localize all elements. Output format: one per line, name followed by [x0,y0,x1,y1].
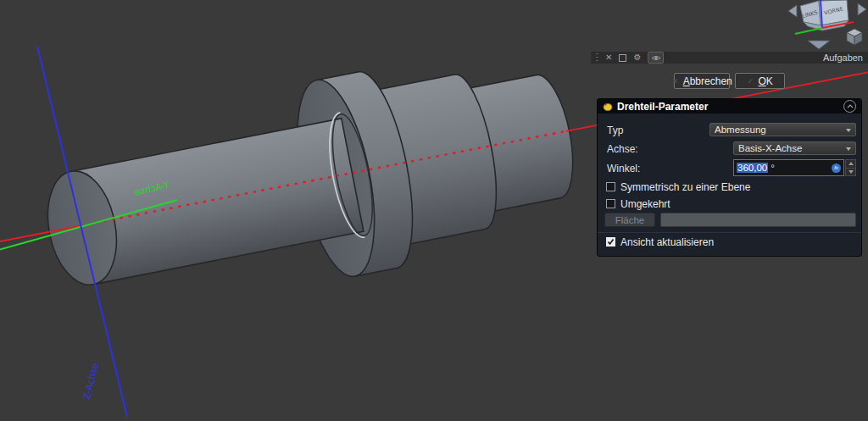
eye-icon [651,54,661,62]
shaft-model[interactable] [31,34,589,332]
cancel-x-icon: ✕ [671,76,678,86]
reversed-checkbox[interactable] [606,199,615,208]
achse-dropdown-value: Basis-X-Achse [738,143,802,153]
overlay-toggle-button[interactable] [648,52,664,64]
task-panel-titlebar: ✕ ⚙ Aufgaben [591,52,868,64]
close-panel-icon[interactable]: ✕ [605,53,612,62]
symmetric-checkbox-label: Symmetrisch zu einer Ebene [620,181,750,193]
cancel-button-label: Abbrechen [683,75,732,87]
winkel-unit: ° [771,163,775,173]
symmetric-checkbox[interactable] [606,182,615,191]
expression-editor-icon[interactable]: fx [832,163,841,173]
winkel-value-selected: 360,00 [737,163,768,173]
nav-rotate-right-arrow[interactable] [858,3,866,15]
ok-button[interactable]: ✓ OK [735,73,785,89]
dialog-header[interactable]: Drehteil-Parameter [598,99,861,114]
freecad-window: Y-Achse Z-Achse LINKS VORNE ✕ ⚙ [0,0,868,421]
nav-rotate-down-arrow[interactable] [808,41,830,49]
winkel-spin-buttons [845,159,856,176]
panel-drag-handle[interactable] [596,53,598,62]
achse-label: Achse: [607,143,638,155]
nav-rotate-left-arrow[interactable] [788,5,797,17]
spin-down-button[interactable] [845,168,856,177]
float-panel-icon[interactable] [619,54,626,62]
panel-settings-gear-icon[interactable]: ⚙ [633,53,641,62]
winkel-input[interactable]: 360,00 ° fx [733,159,844,176]
checkmark-icon [607,238,615,246]
task-panel-title: Aufgaben [823,53,863,63]
typ-dropdown[interactable]: Abmessung [709,123,856,136]
revolve-feature-icon [603,102,613,112]
dialog-title: Drehteil-Parameter [617,101,708,113]
flaeche-button[interactable]: Fläche [604,213,655,227]
ok-check-icon: ✓ [747,76,754,86]
navigation-cube[interactable]: LINKS VORNE [788,0,866,49]
ok-button-label: OK [759,75,773,87]
chevron-down-icon [846,147,851,153]
dialog-divider [598,232,861,233]
update-view-checkbox[interactable] [606,237,615,247]
nav-mini-cube-icon[interactable] [847,29,862,45]
shaft-segment-left[interactable] [71,119,364,285]
typ-dropdown-value: Abmessung [715,125,766,135]
typ-label: Typ [607,125,623,136]
z-axis-label: Z-Achse [81,362,101,401]
flaeche-reference-field[interactable] [660,213,856,227]
spin-up-button[interactable] [845,159,856,168]
collapse-section-button[interactable] [843,100,856,113]
update-view-checkbox-label: Ansicht aktualisieren [620,236,714,248]
nav-cube-y-axis [795,28,822,34]
chevron-up-icon [847,104,854,108]
achse-dropdown[interactable]: Basis-X-Achse [733,141,856,155]
revolution-parameters-dialog: Drehteil-Parameter Typ Abmessung Achse: … [597,98,862,257]
winkel-label: Winkel: [607,163,640,174]
winkel-spinbox: 360,00 ° fx [733,159,856,176]
reversed-checkbox-label: Umgekehrt [620,198,670,210]
chevron-down-icon [846,129,851,135]
cancel-button[interactable]: ✕ Abbrechen [674,73,730,89]
